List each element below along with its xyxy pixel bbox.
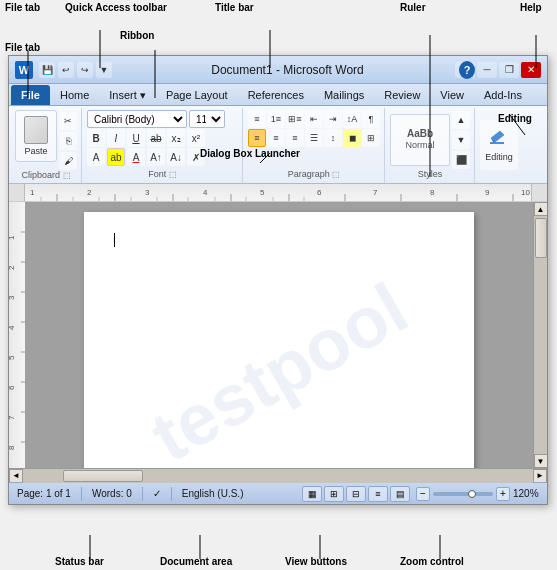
- web-layout-button[interactable]: ⊟: [346, 486, 366, 502]
- tab-home[interactable]: Home: [50, 85, 99, 105]
- svg-rect-31: [9, 202, 25, 468]
- scroll-right-button[interactable]: ►: [533, 469, 547, 483]
- ruler-right-corner: [531, 184, 547, 202]
- outline-button[interactable]: ≡: [368, 486, 388, 502]
- italic-button[interactable]: I: [107, 129, 125, 147]
- print-layout-button[interactable]: ▦: [302, 486, 322, 502]
- format-painter-button[interactable]: 🖌: [59, 152, 77, 170]
- scroll-track-v[interactable]: [534, 216, 548, 454]
- clear-format-button[interactable]: ✗: [187, 148, 205, 166]
- tab-addins[interactable]: Add-Ins: [474, 85, 532, 105]
- styles-scroll-down[interactable]: ▼: [452, 131, 470, 149]
- strikethrough-button[interactable]: ab: [147, 129, 165, 147]
- font-dialog-launcher[interactable]: ⬚: [169, 170, 177, 179]
- font-style-row: B I U ab x₂ x²: [87, 129, 205, 147]
- undo-button[interactable]: ↩: [58, 62, 74, 78]
- filetab-annotation-label: File tab: [5, 42, 40, 53]
- line-spacing-button[interactable]: ↕: [324, 129, 342, 147]
- styles-group-content: AaBb Normal ▲ ▼ ⬛: [390, 110, 470, 169]
- help-icon[interactable]: ?: [459, 61, 475, 79]
- font-name-dropdown[interactable]: Calibri (Body): [87, 110, 187, 128]
- bullets-button[interactable]: ≡: [248, 110, 266, 128]
- svg-text:8: 8: [430, 188, 435, 197]
- statusbar-ann: Status bar: [55, 556, 104, 567]
- borders-button[interactable]: ⊞: [362, 129, 380, 147]
- copy-button[interactable]: ⎘: [59, 132, 77, 150]
- zoom-slider[interactable]: [433, 492, 493, 496]
- scroll-thumb-h[interactable]: [63, 470, 143, 482]
- vertical-scrollbar[interactable]: ▲ ▼: [533, 202, 547, 468]
- align-left-button[interactable]: ≡: [248, 129, 266, 147]
- clipboard-group: Paste ✂ ⎘ 🖌 Clipboard ⬚: [11, 108, 82, 183]
- paste-icon: [24, 116, 48, 144]
- para-dialog-launcher[interactable]: ⬚: [332, 170, 340, 179]
- ruler-corner[interactable]: [9, 184, 25, 202]
- svg-rect-1: [25, 184, 531, 202]
- tab-view[interactable]: View: [430, 85, 474, 105]
- draft-button[interactable]: ▤: [390, 486, 410, 502]
- word-count[interactable]: Words: 0: [88, 488, 136, 499]
- close-button[interactable]: ✕: [521, 62, 541, 78]
- restore-button[interactable]: ❐: [499, 62, 519, 78]
- language[interactable]: English (U.S.): [178, 488, 248, 499]
- zoom-percentage[interactable]: 120%: [513, 488, 543, 499]
- superscript-button[interactable]: x²: [187, 129, 205, 147]
- minimize-button[interactable]: ─: [477, 62, 497, 78]
- tab-page-layout[interactable]: Page Layout: [156, 85, 238, 105]
- paste-button[interactable]: Paste: [15, 110, 57, 162]
- numbering-button[interactable]: 1≡: [267, 110, 285, 128]
- para-group-content: ≡ 1≡ ⊞≡ ⇤ ⇥ ↕A ¶ ≡ ≡ ≡ ☰ ↕ ◼ ⊞: [248, 110, 380, 169]
- page-count[interactable]: Page: 1 of 1: [13, 488, 75, 499]
- editing-button[interactable]: Editing: [480, 120, 518, 170]
- svg-text:2: 2: [87, 188, 92, 197]
- font-color-button[interactable]: A: [127, 148, 145, 166]
- multilevel-list-button[interactable]: ⊞≡: [286, 110, 304, 128]
- scroll-track-h[interactable]: [23, 469, 533, 483]
- zoom-in-button[interactable]: +: [496, 487, 510, 501]
- subscript-button[interactable]: x₂: [167, 129, 185, 147]
- horizontal-scrollbar[interactable]: ◄ ►: [9, 468, 547, 482]
- justify-button[interactable]: ☰: [305, 129, 323, 147]
- increase-indent-button[interactable]: ⇥: [324, 110, 342, 128]
- grow-font-button[interactable]: A↑: [147, 148, 165, 166]
- scroll-thumb-v[interactable]: [535, 218, 547, 258]
- tab-insert[interactable]: Insert ▾: [99, 85, 156, 105]
- full-screen-button[interactable]: ⊞: [324, 486, 344, 502]
- bold-button[interactable]: B: [87, 129, 105, 147]
- proofing-icon[interactable]: ✓: [149, 488, 165, 499]
- highlight-button[interactable]: ab: [107, 148, 125, 166]
- align-center-button[interactable]: ≡: [267, 129, 285, 147]
- scroll-left-button[interactable]: ◄: [9, 469, 23, 483]
- scroll-up-button[interactable]: ▲: [534, 202, 548, 216]
- shading-button[interactable]: ◼: [343, 129, 361, 147]
- font-name-row: Calibri (Body) 11: [87, 110, 225, 128]
- tab-review[interactable]: Review: [374, 85, 430, 105]
- scroll-down-button[interactable]: ▼: [534, 454, 548, 468]
- show-formatting-button[interactable]: ¶: [362, 110, 380, 128]
- zoom-out-button[interactable]: −: [416, 487, 430, 501]
- styles-expand[interactable]: ⬛: [452, 151, 470, 169]
- document-page[interactable]: testpool: [84, 212, 474, 468]
- align-right-button[interactable]: ≡: [286, 129, 304, 147]
- cut-button[interactable]: ✂: [59, 112, 77, 130]
- tab-file[interactable]: File: [11, 85, 50, 105]
- quick-access-dropdown[interactable]: ▼: [96, 62, 112, 78]
- text-effects-button[interactable]: A: [87, 148, 105, 166]
- clipboard-group-content: Paste ✂ ⎘ 🖌: [15, 110, 77, 170]
- styles-gallery[interactable]: AaBb Normal: [390, 114, 450, 166]
- document-main[interactable]: testpool: [25, 202, 533, 468]
- zoom-thumb[interactable]: [468, 490, 476, 498]
- tab-references[interactable]: References: [238, 85, 314, 105]
- underline-button[interactable]: U: [127, 129, 145, 147]
- sort-button[interactable]: ↕A: [343, 110, 361, 128]
- shrink-font-button[interactable]: A↓: [167, 148, 185, 166]
- redo-button[interactable]: ↪: [77, 62, 93, 78]
- save-button[interactable]: 💾: [39, 62, 55, 78]
- decrease-indent-button[interactable]: ⇤: [305, 110, 323, 128]
- styles-scroll-up[interactable]: ▲: [452, 111, 470, 129]
- font-size-dropdown[interactable]: 11: [189, 110, 225, 128]
- help-button[interactable]: ?: [455, 62, 475, 78]
- watermark: testpool: [137, 266, 420, 468]
- clipboard-dialog-launcher[interactable]: ⬚: [63, 171, 71, 180]
- tab-mailings[interactable]: Mailings: [314, 85, 374, 105]
